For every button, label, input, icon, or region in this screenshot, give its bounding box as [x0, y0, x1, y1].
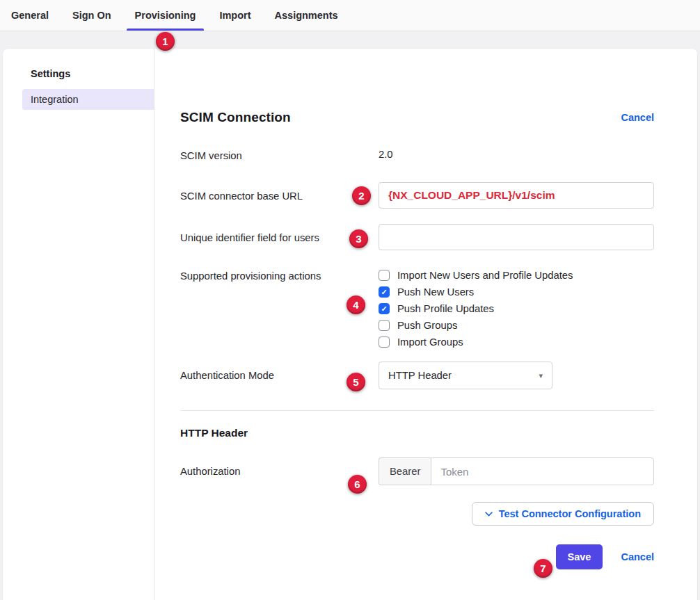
checkbox-row: Push Groups: [379, 320, 573, 331]
save-button[interactable]: Save: [556, 544, 603, 569]
tab-import[interactable]: Import: [219, 0, 250, 31]
checkbox-label[interactable]: Push Groups: [397, 320, 457, 331]
unique-identifier-label: Unique identifier field for users: [180, 224, 379, 245]
annotation-badge-3: 3: [349, 229, 368, 248]
authorization-label: Authorization: [180, 457, 379, 478]
authorization-input-group: Bearer: [379, 457, 654, 485]
provisioning-actions-row: Supported provisioning actions Import Ne…: [180, 269, 654, 348]
section-header: SCIM Connection Cancel: [180, 110, 654, 125]
scim-version-label: SCIM version: [180, 149, 379, 163]
test-connector-label: Test Connector Configuration: [499, 508, 641, 519]
chevron-down-icon: ▾: [539, 371, 543, 380]
checkbox-label[interactable]: Push New Users: [397, 286, 474, 298]
checkbox-push-profile-updates[interactable]: [379, 303, 390, 314]
base-url-label: SCIM connector base URL: [180, 182, 379, 203]
sidebar-item-integration[interactable]: Integration: [22, 89, 154, 110]
auth-mode-selected-value: HTTP Header: [388, 370, 452, 381]
checkbox-label[interactable]: Push Profile Updates: [397, 303, 494, 314]
auth-mode-select[interactable]: HTTP Header ▾: [379, 362, 552, 389]
bearer-prefix: Bearer: [379, 457, 431, 485]
tab-assignments[interactable]: Assignments: [275, 0, 338, 31]
save-row: Save Cancel: [180, 544, 654, 569]
token-input[interactable]: [431, 457, 654, 485]
checkbox-push-new-users[interactable]: [379, 286, 390, 298]
tab-provisioning[interactable]: Provisioning: [135, 0, 196, 31]
checkbox-row: Import New Users and Profile Updates: [379, 270, 573, 281]
checkbox-push-groups[interactable]: [379, 320, 390, 331]
app-page: General Sign On Provisioning Import Assi…: [0, 0, 700, 600]
annotation-badge-5: 5: [347, 373, 365, 391]
cancel-link-top[interactable]: Cancel: [621, 112, 654, 123]
http-header-section-title: HTTP Header: [180, 427, 654, 439]
annotation-badge-6: 6: [348, 475, 367, 494]
checkbox-import-new-users[interactable]: [379, 270, 390, 281]
authorization-row: Authorization Bearer: [180, 457, 654, 485]
auth-mode-row: Authentication Mode HTTP Header ▾: [180, 362, 654, 389]
sidebar: Settings Integration: [3, 49, 154, 600]
provisioning-actions-list: Import New Users and Profile Updates Pus…: [379, 269, 573, 348]
checkbox-label[interactable]: Import New Users and Profile Updates: [397, 270, 573, 281]
annotation-badge-7: 7: [534, 559, 552, 578]
base-url-input[interactable]: [379, 182, 654, 209]
page-title: SCIM Connection: [180, 110, 291, 125]
checkbox-label[interactable]: Import Groups: [397, 337, 463, 348]
content-card: Settings Integration SCIM Connection Can…: [3, 49, 697, 600]
checkbox-row: Push New Users: [379, 286, 573, 298]
provisioning-actions-label: Supported provisioning actions: [180, 269, 379, 283]
tab-general[interactable]: General: [11, 0, 49, 31]
base-url-row: SCIM connector base URL: [180, 182, 654, 209]
tab-sign-on[interactable]: Sign On: [72, 0, 111, 31]
scim-version-value: 2.0: [379, 149, 393, 160]
cancel-link-bottom[interactable]: Cancel: [621, 551, 654, 562]
test-connector-row: Test Connector Configuration: [180, 502, 654, 526]
checkbox-row: Push Profile Updates: [379, 303, 573, 314]
checkbox-row: Import Groups: [379, 337, 573, 348]
test-connector-button[interactable]: Test Connector Configuration: [472, 502, 654, 526]
chevron-down-icon: [485, 512, 493, 517]
annotation-badge-2: 2: [352, 186, 371, 205]
unique-identifier-row: Unique identifier field for users: [180, 224, 654, 250]
annotation-badge-4: 4: [347, 295, 365, 314]
main-content: SCIM Connection Cancel SCIM version 2.0 …: [154, 49, 697, 600]
sidebar-heading: Settings: [31, 68, 154, 79]
unique-identifier-input[interactable]: [379, 224, 654, 250]
scim-version-row: SCIM version 2.0: [180, 149, 654, 163]
tab-bar: General Sign On Provisioning Import Assi…: [0, 0, 700, 31]
annotation-badge-1: 1: [156, 32, 175, 51]
section-divider: [180, 410, 654, 411]
checkbox-import-groups[interactable]: [379, 337, 390, 348]
